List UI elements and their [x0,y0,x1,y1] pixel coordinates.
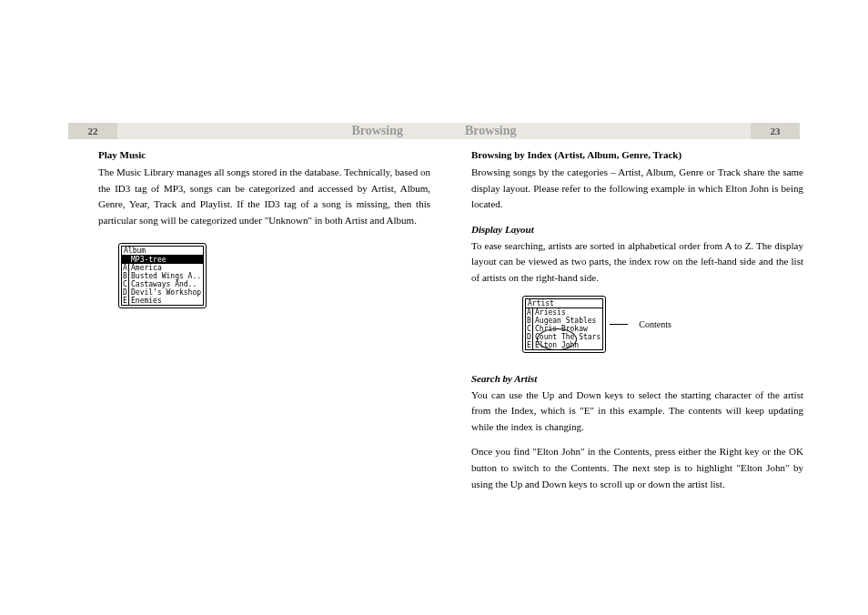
body-paragraph: You can use the Up and Down keys to sele… [471,388,803,436]
lcd-value: Enemies [129,297,164,305]
crop-mark [33,87,54,88]
body-paragraph: Browsing songs by the categories – Artis… [471,165,803,213]
page-number-right: 23 [751,123,800,139]
lcd-row: BAugean Stables [526,317,602,325]
lcd-row: DDevil's Workshop [122,288,203,297]
crop-mark [807,561,808,578]
lcd-row: BBusted Wings A.. [122,272,203,280]
crop-mark [437,65,438,90]
lcd-index: A [122,264,129,272]
page-left: Play Music The Music Library manages all… [98,149,430,308]
sub-heading: Display Layout [471,224,803,235]
lcd-value: America [129,264,164,272]
lcd-value: Busted Wings A.. [129,272,203,280]
page-header: 22 Browsing Browsing 23 [68,123,800,139]
lcd-index: B [122,272,129,280]
lcd-row: CChris Brokaw [526,325,602,333]
header-title-right: Browsing [434,123,751,139]
body-paragraph: The Music Library manages all songs stor… [98,165,430,228]
lcd-index: B [526,317,533,325]
lcd-value: Chris Brokaw [533,325,590,333]
section-heading: Play Music [98,149,430,160]
lcd-index: C [526,325,533,333]
lcd-row: EEnemies [122,297,203,305]
lcd-value: Count The Stars [533,333,602,341]
lcd-artist-figure: Artist AAriesisBAugean StablesCChris Bro… [522,296,803,353]
section-heading: Browsing by Index (Artist, Album, Genre,… [471,149,803,160]
contents-label: Contents [639,319,671,329]
lcd-index: D [526,333,533,341]
lcd-value: Ariesis [533,308,568,317]
header-title-left: Browsing [117,123,434,139]
lcd-title: Artist [526,299,602,308]
crop-mark [807,65,808,81]
lcd-row: MP3-tree [122,256,203,264]
lcd-row: AAriesis [526,308,602,317]
crop-mark [60,65,61,81]
lcd-index: D [122,288,129,297]
sub-heading: Search by Artist [471,373,803,384]
crop-mark [814,554,835,555]
page-number-left: 22 [68,123,117,139]
lcd-value: Augean Stables [533,317,598,325]
page-right: Browsing by Index (Artist, Album, Genre,… [471,149,803,501]
crop-mark [60,561,61,578]
lcd-index: A [526,308,533,317]
lcd-row: DCount The Stars [526,333,602,341]
lcd-title: Album [122,247,203,256]
lcd-index: C [122,280,129,288]
lcd-value: Elton John [533,341,580,349]
crop-mark [814,87,835,88]
lcd-row: CCastaways And.. [122,280,203,288]
callout-line [610,324,628,325]
crop-mark [426,65,427,90]
lcd-value: MP3-tree [129,256,168,264]
crop-mark [426,552,427,578]
lcd-row: EElton John [526,341,602,349]
lcd-index: E [526,341,533,349]
crop-mark [437,552,438,578]
lcd-album-figure: Album MP3-treeAAmericaBBusted Wings A..C… [118,243,207,308]
lcd-value: Castaways And.. [129,280,198,288]
lcd-index [122,256,129,264]
lcd-index: E [122,297,129,305]
lcd-row: AAmerica [122,264,203,272]
lcd-value: Devil's Workshop [129,288,203,297]
crop-mark [33,554,54,555]
body-paragraph: To ease searching, artists are sorted in… [471,238,803,287]
body-paragraph: Once you find "Elton John" in the Conten… [471,444,803,492]
